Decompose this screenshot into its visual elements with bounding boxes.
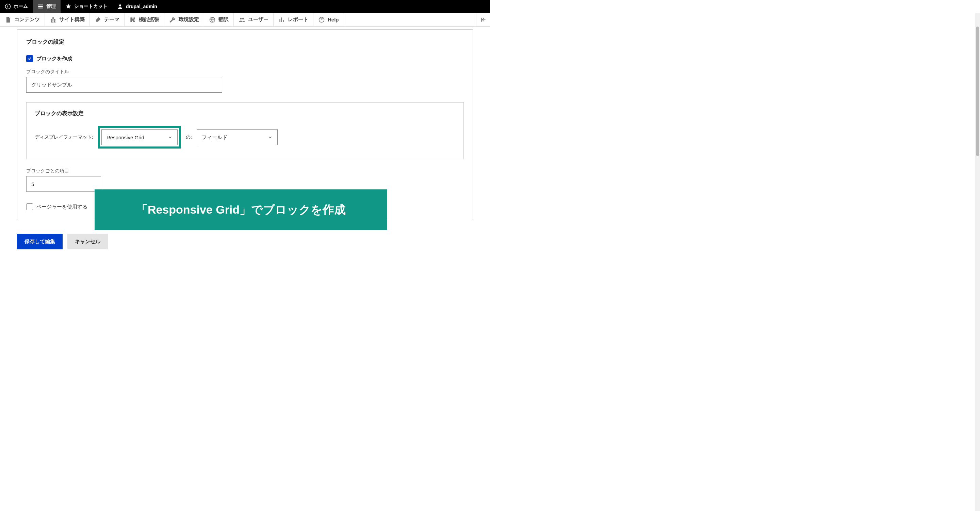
menu-help[interactable]: Help [313, 13, 344, 26]
topbar-manage-label: 管理 [46, 3, 56, 10]
people-icon [239, 16, 245, 23]
user-icon [117, 3, 123, 10]
display-format-highlight: Responsive Grid [98, 126, 181, 149]
cancel-button[interactable]: キャンセル [67, 234, 108, 249]
menu-reports-label: レポート [288, 16, 308, 23]
create-block-checkbox[interactable] [26, 55, 33, 62]
block-title-label: ブロックのタイトル [26, 69, 464, 75]
topbar-user-label: drupal_admin [126, 4, 157, 9]
menu-collapse[interactable] [476, 13, 490, 26]
of-select[interactable]: フィールド [197, 129, 278, 145]
document-icon [5, 16, 11, 23]
menu-structure-label: サイト構築 [59, 16, 85, 23]
chevron-down-icon [268, 135, 272, 140]
puzzle-icon [129, 16, 136, 23]
topbar-shortcuts[interactable]: ショートカット [60, 0, 112, 13]
items-per-block-input[interactable] [26, 176, 101, 192]
of-label: の: [186, 134, 192, 141]
menu-people-label: ユーザー [248, 16, 269, 23]
star-icon [65, 3, 72, 10]
collapse-icon [480, 16, 487, 23]
annotation-overlay: 「Responsive Grid」でブロックを作成 [95, 189, 387, 230]
menu-config[interactable]: 環境設定 [164, 13, 204, 26]
form-actions: 保存して編集 キャンセル [17, 234, 473, 249]
items-per-block-label: ブロックごとの項目 [26, 168, 464, 174]
of-value: フィールド [202, 134, 227, 141]
menu-translate[interactable]: 翻訳 [204, 13, 234, 26]
display-settings-title: ブロックの表示設定 [35, 110, 455, 117]
display-format-label: ディスプレイフォーマット: [35, 134, 93, 141]
menu-reports[interactable]: レポート [274, 13, 313, 26]
annotation-text: 「Responsive Grid」でブロックを作成 [136, 202, 346, 218]
page-content: ブロックの設定 ブロックを作成 ブロックのタイトル ブロックの表示設定 ディスプ… [0, 27, 490, 260]
menu-appearance[interactable]: テーマ [90, 13, 124, 26]
help-icon [318, 16, 325, 23]
menu-structure[interactable]: サイト構築 [45, 13, 90, 26]
chevron-down-icon [168, 135, 172, 140]
adminbar-spacer [344, 13, 476, 26]
block-title-input[interactable] [26, 77, 222, 93]
brush-icon [95, 16, 102, 23]
topbar: ホーム 管理 ショートカット drupal_admin [0, 0, 490, 13]
topbar-home-label: ホーム [14, 3, 28, 10]
menu-content-label: コンテンツ [14, 16, 40, 23]
topbar-home[interactable]: ホーム [0, 0, 33, 13]
use-pager-label: ページャーを使用する [37, 204, 88, 210]
wrench-icon [169, 16, 176, 23]
panel-title: ブロックの設定 [26, 38, 464, 46]
admin-menu: コンテンツ サイト構築 テーマ 機能拡張 環境設定 翻訳 ユーザー レポート H… [0, 13, 490, 27]
menu-appearance-label: テーマ [104, 16, 119, 23]
menu-content[interactable]: コンテンツ [0, 13, 45, 26]
create-block-label: ブロックを作成 [37, 56, 72, 62]
topbar-manage[interactable]: 管理 [33, 0, 60, 13]
menu-icon [37, 3, 43, 10]
display-format-select[interactable]: Responsive Grid [102, 129, 178, 145]
menu-people[interactable]: ユーザー [234, 13, 274, 26]
menu-extend[interactable]: 機能拡張 [124, 13, 164, 26]
svg-point-0 [5, 4, 11, 9]
use-pager-checkbox[interactable] [26, 203, 33, 210]
menu-help-label: Help [328, 17, 339, 22]
save-button[interactable]: 保存して編集 [17, 234, 63, 249]
display-format-value: Responsive Grid [107, 134, 144, 141]
globe-icon [209, 16, 216, 23]
chart-icon [278, 16, 285, 23]
check-icon [27, 56, 32, 61]
menu-translate-label: 翻訳 [218, 16, 229, 23]
display-settings-panel: ブロックの表示設定 ディスプレイフォーマット: Responsive Grid … [26, 102, 464, 159]
topbar-user[interactable]: drupal_admin [112, 0, 162, 13]
structure-icon [50, 16, 56, 23]
back-arrow-icon [5, 3, 11, 10]
menu-config-label: 環境設定 [179, 16, 199, 23]
menu-extend-label: 機能拡張 [139, 16, 159, 23]
topbar-shortcuts-label: ショートカット [74, 3, 108, 10]
